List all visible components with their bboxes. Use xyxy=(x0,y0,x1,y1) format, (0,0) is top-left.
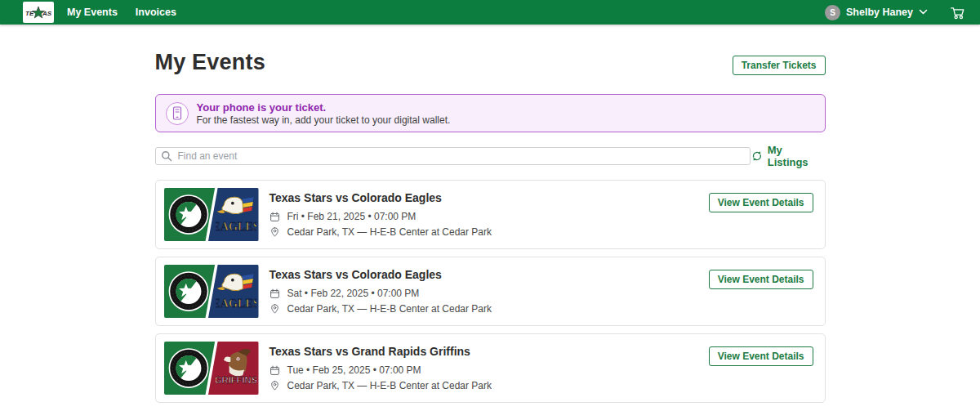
location-pin-icon xyxy=(270,380,281,391)
event-date: Tue • Feb 25, 2025 • 07:00 PM xyxy=(287,364,421,376)
view-event-details-button[interactable]: View Event Details xyxy=(709,270,813,289)
view-event-details-button[interactable]: View Event Details xyxy=(709,193,813,212)
grand-rapids-griffins-logo-icon: GRIFFINS xyxy=(216,345,256,391)
my-listings-label: My Listings xyxy=(768,144,826,168)
banner-title: Your phone is your ticket. xyxy=(197,101,451,114)
event-card: EAGLES Texas Stars vs Colorado Eagles Sa… xyxy=(155,257,826,326)
search-row: My Listings xyxy=(155,144,826,168)
event-title: Texas Stars vs Colorado Eagles xyxy=(270,268,492,281)
view-event-details-button[interactable]: View Event Details xyxy=(709,346,813,366)
event-location-row: Cedar Park, TX — H-E-B Center at Cedar P… xyxy=(270,303,492,315)
location-pin-icon xyxy=(270,303,281,315)
calendar-icon xyxy=(270,212,281,222)
events-list: EAGLES Texas Stars vs Colorado Eagles Fr… xyxy=(155,180,826,403)
svg-text:EAGLES: EAGLES xyxy=(216,220,256,233)
event-date: Fri • Feb 21, 2025 • 07:00 PM xyxy=(287,211,416,222)
event-thumbnail: EAGLES xyxy=(164,188,259,241)
chevron-down-icon[interactable] xyxy=(919,9,928,16)
event-date-row: Tue • Feb 25, 2025 • 07:00 PM xyxy=(270,364,492,376)
event-info: Texas Stars vs Colorado Eagles Fri • Feb… xyxy=(270,191,492,238)
phone-ticket-icon xyxy=(166,102,189,125)
event-card: GRIFFINS Texas Stars vs Grand Rapids Gri… xyxy=(155,333,826,403)
location-pin-icon xyxy=(270,226,281,238)
digital-wallet-banner: Your phone is your ticket. For the faste… xyxy=(155,94,826,132)
refresh-icon xyxy=(751,150,764,163)
user-name[interactable]: Shelby Haney xyxy=(846,7,913,18)
svg-text:GRIFFINS: GRIFFINS xyxy=(216,375,256,385)
event-location-row: Cedar Park, TX — H-E-B Center at Cedar P… xyxy=(270,380,492,391)
event-location: Cedar Park, TX — H-E-B Center at Cedar P… xyxy=(287,226,492,238)
colorado-eagles-logo-icon: EAGLES xyxy=(216,268,256,314)
event-thumbnail: EAGLES xyxy=(164,265,259,318)
event-date: Sat • Feb 22, 2025 • 07:00 PM xyxy=(287,288,420,299)
event-title: Texas Stars vs Colorado Eagles xyxy=(270,191,492,204)
nav-user-area: S Shelby Haney xyxy=(825,3,967,21)
texas-stars-badge-icon xyxy=(167,269,210,314)
nav-item-invoices[interactable]: Invoices xyxy=(136,0,176,25)
top-navigation: TE AS My Events Invoices S Shelby Haney xyxy=(0,0,980,25)
my-listings-link[interactable]: My Listings xyxy=(751,144,826,168)
event-location-row: Cedar Park, TX — H-E-B Center at Cedar P… xyxy=(270,226,492,238)
calendar-icon xyxy=(270,365,281,376)
event-title: Texas Stars vs Grand Rapids Griffins xyxy=(270,345,492,358)
texas-stars-logo-icon: TE AS xyxy=(24,4,52,20)
search-wrap xyxy=(155,147,751,165)
calendar-icon xyxy=(270,288,281,299)
search-input[interactable] xyxy=(155,147,751,165)
svg-text:AS: AS xyxy=(42,10,52,17)
banner-subtitle: For the fastest way in, add your ticket … xyxy=(197,114,451,126)
transfer-tickets-button[interactable]: Transfer Tickets xyxy=(733,56,826,75)
event-card: EAGLES Texas Stars vs Colorado Eagles Fr… xyxy=(155,180,826,249)
event-info: Texas Stars vs Grand Rapids Griffins Tue… xyxy=(270,345,492,391)
colorado-eagles-logo-icon: EAGLES xyxy=(216,191,256,237)
page-header: My Events Transfer Tickets xyxy=(155,50,826,75)
event-date-row: Sat • Feb 22, 2025 • 07:00 PM xyxy=(270,288,492,299)
texas-stars-badge-icon xyxy=(167,192,210,237)
banner-text: Your phone is your ticket. For the faste… xyxy=(197,101,451,126)
event-location: Cedar Park, TX — H-E-B Center at Cedar P… xyxy=(287,303,492,315)
cart-icon[interactable] xyxy=(948,3,967,21)
event-location: Cedar Park, TX — H-E-B Center at Cedar P… xyxy=(287,380,492,391)
texas-stars-logo[interactable]: TE AS xyxy=(23,2,54,23)
avatar[interactable]: S xyxy=(825,5,840,20)
texas-stars-badge-icon xyxy=(167,346,210,391)
search-icon xyxy=(161,150,172,165)
event-date-row: Fri • Feb 21, 2025 • 07:00 PM xyxy=(270,211,492,222)
page-title: My Events xyxy=(155,50,265,75)
event-info: Texas Stars vs Colorado Eagles Sat • Feb… xyxy=(270,268,492,315)
svg-text:EAGLES: EAGLES xyxy=(216,297,256,310)
main-content: My Events Transfer Tickets Your phone is… xyxy=(155,50,826,403)
nav-links: My Events Invoices xyxy=(67,0,176,25)
nav-item-my-events[interactable]: My Events xyxy=(67,0,118,25)
event-thumbnail: GRIFFINS xyxy=(164,342,259,395)
